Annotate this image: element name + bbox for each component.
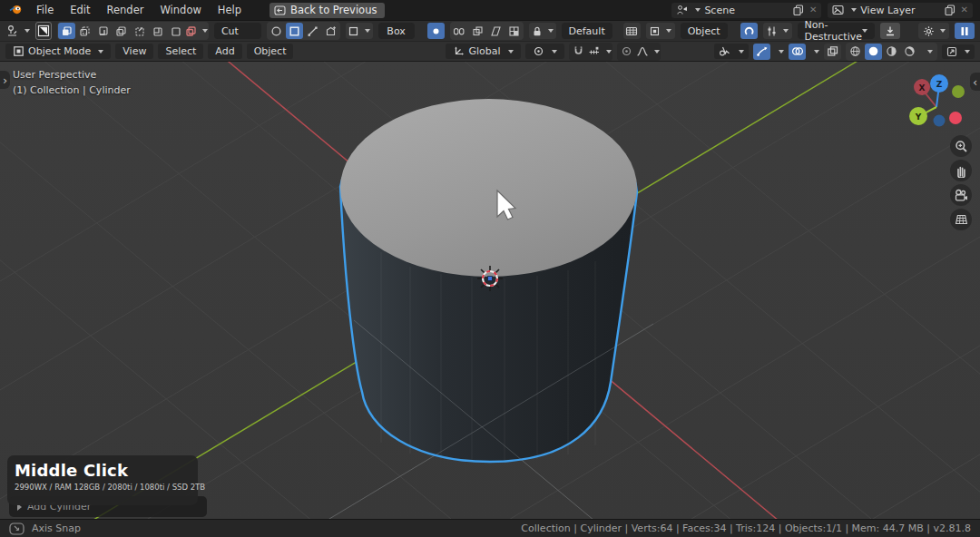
add-view-layer-icon[interactable] (945, 5, 956, 15)
xray-toggle-button[interactable] (824, 44, 841, 60)
shading-material-button[interactable] (883, 44, 900, 60)
proportional-dot-button[interactable] (427, 23, 445, 39)
shape-custom-button[interactable] (322, 23, 339, 39)
shading-options-chevron[interactable] (965, 50, 970, 54)
view-layer-browse-chevron[interactable] (851, 8, 857, 12)
lock-dropdown-button[interactable] (529, 23, 556, 39)
shape-field[interactable]: Box (378, 23, 415, 39)
orthographic-toggle-button[interactable] (950, 209, 972, 230)
behavior-mirror-button[interactable] (505, 23, 523, 39)
settings-gear-chevron[interactable] (940, 29, 946, 33)
cutter-mode-knife-button[interactable] (131, 23, 148, 39)
mode-dropdown-chevron[interactable] (98, 50, 103, 54)
display-dropdown-chevron[interactable] (666, 29, 671, 33)
gizmo-minus-x-axis[interactable] (949, 112, 962, 124)
axis-gizmo[interactable]: X Z Y (906, 73, 971, 132)
shading-wireframe-button[interactable] (847, 44, 864, 60)
cutter-mode-slice-button[interactable] (76, 23, 93, 39)
cylinder-top-face[interactable] (340, 99, 637, 277)
menu-render[interactable]: Render (99, 2, 152, 18)
show-overlays-button[interactable] (789, 44, 806, 60)
cutter-mode-inset-button[interactable] (94, 23, 112, 39)
behavior-field[interactable]: Default (562, 23, 612, 39)
menu-window[interactable]: Window (152, 2, 209, 18)
mode-select-chevron[interactable] (862, 29, 867, 33)
cutter-mode-extract-button[interactable] (149, 23, 166, 39)
gizmo-minus-z-axis[interactable] (934, 115, 946, 127)
pivot-point-dropdown[interactable] (525, 44, 564, 59)
pivot-field[interactable]: Object (681, 23, 728, 39)
object-visibility-chevron[interactable] (739, 50, 744, 54)
scene-name[interactable]: Scene (704, 5, 789, 16)
shading-dropdown[interactable] (919, 44, 936, 60)
menu-help[interactable]: Help (210, 2, 250, 18)
sidebar-expand-chevron[interactable]: ‹ (970, 73, 980, 91)
shading-rendered-button[interactable] (901, 44, 918, 60)
shape-circle-button[interactable] (268, 23, 285, 39)
gizmo-minus-y-axis[interactable] (952, 85, 965, 98)
show-overlays-chevron[interactable] (814, 50, 819, 54)
modifier-sliders-button[interactable] (763, 23, 792, 39)
zoom-button[interactable] (950, 135, 972, 157)
shape-dropdown-button[interactable] (346, 23, 373, 39)
falloff-dropdown[interactable] (636, 44, 660, 60)
menu-object[interactable]: Object (247, 44, 294, 59)
view-layer-name[interactable]: View Layer (860, 5, 940, 16)
scene-canvas[interactable] (0, 62, 980, 519)
menu-edit[interactable]: Edit (62, 2, 98, 18)
editor-type-chevron[interactable] (24, 29, 30, 33)
pause-button[interactable] (955, 23, 975, 39)
toolbar-expand-chevron[interactable]: › (0, 71, 10, 89)
behavior-array-button[interactable] (469, 23, 486, 39)
cutter-mode-boolean-dropdown[interactable] (185, 23, 208, 39)
pivot-point-chevron[interactable] (552, 50, 557, 54)
settings-gear-button[interactable] (918, 23, 949, 39)
menu-add[interactable]: Add (208, 44, 241, 59)
shape-ngon-button[interactable] (304, 23, 321, 39)
menu-file[interactable]: File (28, 2, 62, 18)
lock-dropdown-chevron[interactable] (548, 29, 554, 33)
modifier-sliders-chevron[interactable] (783, 29, 789, 33)
cut-mode-field[interactable]: Cut (214, 23, 261, 39)
cutter-mode-cut-button[interactable] (58, 23, 75, 39)
shape-dropdown-chevron[interactable] (365, 29, 370, 33)
shading-options-dropdown[interactable] (942, 44, 975, 59)
object-visibility-dropdown[interactable] (714, 44, 749, 59)
menu-view[interactable]: View (115, 44, 153, 59)
proportional-edit-icon[interactable] (618, 44, 635, 60)
view-layer-selector[interactable]: View Layer ✕ (828, 3, 973, 18)
shading-chevron[interactable] (927, 50, 933, 54)
transform-orientation-dropdown[interactable]: Global (446, 44, 520, 59)
cutter-mode-join-button[interactable] (113, 23, 130, 39)
orientation-chevron[interactable] (508, 50, 514, 54)
snap-target-dropdown[interactable] (588, 44, 612, 60)
camera-view-button[interactable] (950, 184, 972, 206)
falloff-chevron[interactable] (654, 50, 660, 54)
unlink-scene-icon[interactable]: ✕ (808, 5, 817, 15)
pan-hand-button[interactable] (950, 160, 972, 181)
back-to-previous-button[interactable]: Back to Previous (270, 3, 385, 18)
hardops-helper-button[interactable] (740, 23, 758, 39)
apply-button[interactable] (880, 23, 900, 39)
mode-dropdown[interactable]: Object Mode (5, 44, 111, 59)
show-gizmo-chevron[interactable] (779, 50, 784, 54)
shading-solid-button[interactable] (865, 44, 882, 60)
snap-magnet-icon[interactable] (570, 44, 587, 60)
menu-select[interactable]: Select (158, 44, 203, 59)
new-scene-icon[interactable] (793, 5, 804, 15)
shape-box-button[interactable] (286, 23, 303, 39)
behavior-bevel-button[interactable] (487, 23, 505, 39)
scene-browse-chevron[interactable] (695, 8, 701, 12)
show-gizmo-button[interactable] (753, 44, 770, 60)
editor-type-icon[interactable] (5, 23, 30, 39)
blender-logo-icon[interactable] (7, 2, 24, 18)
behavior-solidify-button[interactable] (451, 23, 468, 39)
cutter-mode-make-button[interactable] (167, 23, 184, 39)
remove-view-layer-icon[interactable]: ✕ (959, 5, 968, 15)
viewport-3d[interactable]: User Perspective (1) Collection | Cylind… (0, 62, 980, 519)
snap-target-chevron[interactable] (606, 50, 612, 54)
mode-select[interactable]: Non-Destructive (798, 23, 875, 39)
scene-selector[interactable]: Scene ✕ (671, 3, 821, 18)
cutter-mode-chevron[interactable] (202, 29, 208, 33)
display-dropdown-button[interactable] (646, 23, 675, 39)
